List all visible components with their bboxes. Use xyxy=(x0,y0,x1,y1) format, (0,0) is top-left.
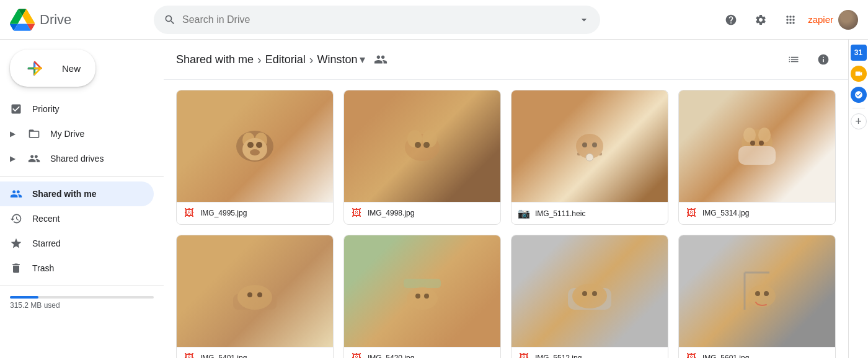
svg-point-4 xyxy=(247,142,254,148)
file-info: 🖼 IMG_5601.jpg xyxy=(679,347,835,358)
info-button[interactable] xyxy=(811,47,836,72)
file-name: IMG_5401.jpg xyxy=(200,354,247,358)
file-card[interactable]: 🖼 IMG_5314.jpg xyxy=(678,90,836,225)
sidebar-item-shared-with-me-label: Shared with me xyxy=(32,189,96,199)
svg-point-14 xyxy=(582,142,587,147)
search-icon xyxy=(164,14,176,26)
settings-button[interactable] xyxy=(748,7,773,32)
file-info: 🖼 IMG_5314.jpg xyxy=(679,202,835,224)
meet-widget[interactable] xyxy=(851,66,867,82)
file-info: 📷 IMG_5111.heic xyxy=(512,202,668,224)
svg-point-19 xyxy=(758,128,771,142)
svg-rect-22 xyxy=(738,146,776,165)
svg-point-16 xyxy=(586,154,593,161)
file-grid: 🖼 IMG_4995.jpg 🖼 IMG_4998.jpg 📷 xyxy=(164,80,848,358)
breadcrumb-current-label: Winston xyxy=(317,53,357,66)
file-card[interactable]: 🖼 IMG_4998.jpg xyxy=(343,90,501,225)
svg-point-32 xyxy=(572,284,607,308)
breadcrumb-editorial[interactable]: Editorial xyxy=(265,53,306,66)
file-thumbnail xyxy=(679,90,835,202)
file-card[interactable]: 📷 IMG_5111.heic xyxy=(511,90,668,225)
right-panel: 31 + xyxy=(848,40,868,358)
header-actions: zapier xyxy=(719,7,858,32)
search-input[interactable] xyxy=(182,14,572,25)
file-type-icon: 🖼 xyxy=(350,352,363,358)
file-info: 🖼 IMG_4998.jpg xyxy=(344,202,500,224)
svg-point-37 xyxy=(748,285,776,307)
right-panel-divider xyxy=(852,108,865,108)
file-card[interactable]: 🖼 IMG_5512.jpg xyxy=(511,235,668,358)
shared-drives-icon xyxy=(28,152,40,165)
file-type-icon: 🖼 xyxy=(350,207,363,219)
sidebar-item-recent[interactable]: Recent xyxy=(0,206,154,231)
new-button[interactable]: New xyxy=(10,50,95,87)
svg-point-28 xyxy=(407,287,438,310)
file-thumbnail xyxy=(512,235,668,347)
file-name: IMG_5111.heic xyxy=(535,209,585,218)
sidebar-item-shared-drives[interactable]: ▶ Shared drives xyxy=(0,146,154,171)
svg-point-34 xyxy=(592,291,597,296)
my-drive-expand-icon[interactable]: ▶ xyxy=(10,129,16,138)
sidebar-item-trash[interactable]: Trash xyxy=(0,256,154,281)
starred-icon xyxy=(10,237,22,250)
sidebar-item-my-drive[interactable]: ▶ My Drive xyxy=(0,121,154,146)
sidebar-item-priority[interactable]: Priority xyxy=(0,97,154,121)
breadcrumb-current[interactable]: Winston ▾ xyxy=(317,53,365,66)
user-avatar[interactable] xyxy=(838,10,858,30)
sidebar-item-shared-drives-label: Shared drives xyxy=(50,154,104,164)
breadcrumb-sep-1: › xyxy=(257,53,262,67)
file-thumbnail xyxy=(512,90,668,202)
svg-point-26 xyxy=(257,292,262,297)
search-bar[interactable] xyxy=(154,6,600,34)
file-type-icon: 🖼 xyxy=(685,352,698,358)
file-thumbnail xyxy=(344,90,500,202)
file-name: IMG_5314.jpg xyxy=(702,209,749,217)
file-card[interactable]: 🖼 IMG_5420.jpg xyxy=(343,235,501,358)
svg-point-15 xyxy=(592,142,597,147)
storage-section: 315.2 MB used xyxy=(0,291,164,318)
shared-drives-expand-icon[interactable]: ▶ xyxy=(10,154,16,163)
storage-bar-background xyxy=(10,296,154,299)
my-drive-icon xyxy=(28,128,40,140)
svg-point-6 xyxy=(250,149,260,155)
file-card[interactable]: 🖼 IMG_5401.jpg xyxy=(176,235,334,358)
list-view-button[interactable] xyxy=(781,47,806,72)
svg-rect-27 xyxy=(404,279,441,288)
app-header: Drive zapier xyxy=(0,0,868,40)
file-name: IMG_5420.jpg xyxy=(368,354,414,358)
svg-point-24 xyxy=(237,285,272,310)
share-people-icon[interactable] xyxy=(374,53,388,66)
tasks-widget[interactable] xyxy=(851,87,867,103)
file-thumbnail xyxy=(177,235,333,347)
svg-point-30 xyxy=(424,294,429,299)
svg-point-10 xyxy=(415,142,421,148)
svg-point-18 xyxy=(743,128,756,142)
breadcrumb-shared-with-me[interactable]: Shared with me xyxy=(176,53,254,66)
search-dropdown-icon[interactable] xyxy=(578,14,590,26)
breadcrumb-dropdown-icon[interactable]: ▾ xyxy=(360,53,365,66)
svg-point-5 xyxy=(256,142,262,148)
sidebar-item-starred[interactable]: Starred xyxy=(0,231,154,256)
file-name: IMG_5512.jpg xyxy=(535,354,582,358)
svg-point-21 xyxy=(759,141,764,146)
apps-button[interactable] xyxy=(778,7,803,32)
file-thumbnail xyxy=(177,90,333,202)
file-info: 🖼 IMG_4995.jpg xyxy=(177,202,333,224)
calendar-widget[interactable]: 31 xyxy=(851,45,867,61)
file-type-icon: 🖼 xyxy=(183,207,195,219)
right-panel-add-button[interactable]: + xyxy=(851,113,867,129)
shared-with-me-icon xyxy=(10,188,22,200)
recent-icon xyxy=(10,212,22,225)
logo-area: Drive xyxy=(10,9,146,31)
trash-icon xyxy=(10,262,22,274)
sidebar-item-shared-with-me[interactable]: Shared with me xyxy=(0,181,154,206)
file-card[interactable]: 🖼 IMG_5601.jpg xyxy=(678,235,836,358)
priority-icon xyxy=(10,103,22,115)
help-button[interactable] xyxy=(719,7,743,32)
main-content: Shared with me › Editorial › Winston ▾ xyxy=(164,40,848,358)
file-card[interactable]: 🖼 IMG_4995.jpg xyxy=(176,90,334,225)
file-info: 🖼 IMG_5420.jpg xyxy=(344,347,500,358)
zapier-link[interactable]: zapier xyxy=(808,14,833,25)
drive-logo-icon xyxy=(10,9,35,31)
sidebar-divider xyxy=(0,176,164,177)
